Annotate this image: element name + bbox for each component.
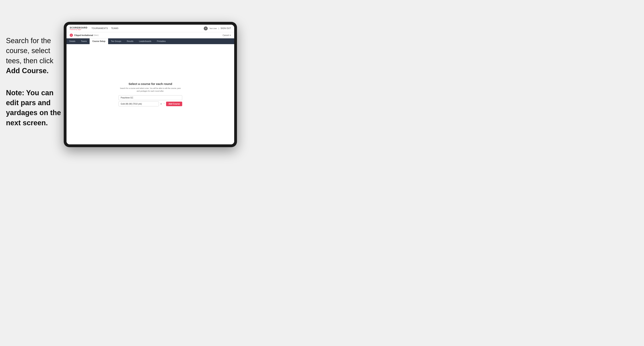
logo-subtitle: Powered by clippd (70, 29, 88, 30)
cancel-button[interactable]: Cancel ✕ (223, 34, 231, 36)
top-nav: SCOREBOARD Powered by clippd TOURNAMENTS… (66, 25, 234, 32)
course-search-input[interactable] (118, 95, 182, 100)
tee-clear-icon[interactable]: ✕ (160, 103, 162, 105)
tournament-name: Clippd Invitational (74, 34, 93, 36)
tee-select-row: Gold (M) (M) (7010 yds) ✕ ⌃ Add Course (118, 101, 182, 106)
tournament-gender: (Men) (94, 34, 98, 36)
user-label: Test User (209, 27, 217, 29)
course-setup-card: Select a course for each round Search fo… (118, 82, 182, 106)
nav-teams[interactable]: TEAMS (111, 27, 118, 29)
tab-details[interactable]: Details (66, 38, 78, 44)
tablet-screen: SCOREBOARD Powered by clippd TOURNAMENTS… (66, 25, 234, 144)
tee-select[interactable]: Gold (M) (M) (7010 yds) (118, 101, 159, 106)
tab-leaderboards[interactable]: Leaderboards (136, 38, 154, 44)
add-course-button[interactable]: Add Course (166, 102, 182, 106)
user-avatar: R (204, 26, 208, 30)
tab-teams[interactable]: Teams (78, 38, 90, 44)
logo-title: SCOREBOARD (70, 26, 88, 29)
app-logo: SCOREBOARD Powered by clippd (70, 26, 88, 30)
nav-right: R Test User | Sign out (204, 26, 231, 30)
course-setup-title: Select a course for each round (118, 82, 182, 86)
tab-printables[interactable]: Printables (154, 38, 168, 44)
tee-arrow-icon[interactable]: ⌃ (163, 103, 165, 105)
tab-results[interactable]: Results (124, 38, 136, 44)
tab-bar: Details Teams Course Setup Tee Groups Re… (66, 38, 234, 44)
tournament-header: C Clippd Invitational (Men) Cancel ✕ (66, 32, 234, 38)
nav-links: TOURNAMENTS TEAMS (92, 27, 118, 29)
nav-tournaments[interactable]: TOURNAMENTS (92, 27, 108, 29)
main-content: Select a course for each round Search fo… (66, 44, 234, 144)
tablet-device: SCOREBOARD Powered by clippd TOURNAMENTS… (64, 22, 237, 147)
nav-separator: | (218, 27, 219, 29)
sign-out-link[interactable]: Sign out (221, 27, 231, 29)
tab-course-setup[interactable]: Course Setup (90, 38, 108, 44)
course-setup-description: Search for a course and select a tee. Yo… (118, 87, 182, 92)
tab-tee-groups[interactable]: Tee Groups (108, 38, 124, 44)
tournament-logo: C (70, 34, 73, 37)
left-annotation: Search for the course, select tees, then… (6, 36, 62, 128)
